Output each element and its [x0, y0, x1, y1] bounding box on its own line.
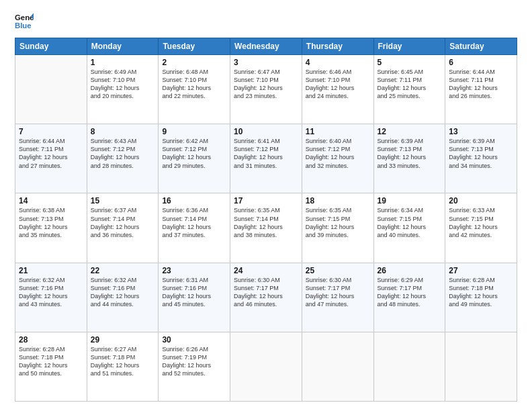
day-info: Sunrise: 6:44 AM Sunset: 7:11 PM Dayligh… — [449, 68, 513, 101]
day-number: 10 — [234, 127, 298, 136]
calendar-week-4: 21Sunrise: 6:32 AM Sunset: 7:16 PM Dayli… — [15, 263, 517, 332]
day-number: 29 — [91, 335, 155, 345]
calendar-cell: 18Sunrise: 6:35 AM Sunset: 7:15 PM Dayli… — [302, 193, 373, 263]
calendar-week-1: 1Sunrise: 6:49 AM Sunset: 7:10 PM Daylig… — [15, 55, 517, 124]
day-info: Sunrise: 6:45 AM Sunset: 7:11 PM Dayligh… — [378, 68, 442, 101]
weekday-header-thursday: Thursday — [302, 38, 373, 55]
calendar-cell: 12Sunrise: 6:39 AM Sunset: 7:13 PM Dayli… — [373, 124, 445, 193]
day-number: 9 — [162, 127, 226, 136]
calendar-week-2: 7Sunrise: 6:44 AM Sunset: 7:11 PM Daylig… — [15, 124, 517, 193]
calendar-cell: 20Sunrise: 6:33 AM Sunset: 7:15 PM Dayli… — [445, 193, 517, 263]
calendar-cell: 7Sunrise: 6:44 AM Sunset: 7:11 PM Daylig… — [15, 124, 87, 193]
calendar-cell: 16Sunrise: 6:36 AM Sunset: 7:14 PM Dayli… — [159, 193, 230, 263]
day-info: Sunrise: 6:28 AM Sunset: 7:18 PM Dayligh… — [19, 345, 83, 378]
day-number: 28 — [19, 335, 83, 345]
page: General Blue SundayMondayTuesdayWednesda… — [0, 0, 532, 411]
day-number: 30 — [162, 335, 226, 345]
day-info: Sunrise: 6:43 AM Sunset: 7:12 PM Dayligh… — [91, 137, 155, 170]
calendar-cell — [302, 332, 373, 401]
calendar-cell — [15, 55, 87, 124]
calendar-cell: 21Sunrise: 6:32 AM Sunset: 7:16 PM Dayli… — [15, 263, 87, 332]
calendar-table: SundayMondayTuesdayWednesdayThursdayFrid… — [15, 38, 517, 402]
day-info: Sunrise: 6:40 AM Sunset: 7:12 PM Dayligh… — [306, 137, 370, 170]
calendar-cell: 2Sunrise: 6:48 AM Sunset: 7:10 PM Daylig… — [159, 55, 230, 124]
day-info: Sunrise: 6:26 AM Sunset: 7:19 PM Dayligh… — [162, 345, 226, 378]
day-number: 15 — [91, 196, 155, 205]
header: General Blue — [15, 12, 517, 31]
day-info: Sunrise: 6:38 AM Sunset: 7:13 PM Dayligh… — [19, 206, 83, 239]
day-number: 27 — [449, 266, 513, 275]
logo-icon: General Blue — [15, 12, 34, 31]
day-number: 21 — [19, 266, 83, 275]
weekday-header-friday: Friday — [373, 38, 445, 55]
day-info: Sunrise: 6:46 AM Sunset: 7:10 PM Dayligh… — [306, 68, 370, 101]
calendar-cell: 8Sunrise: 6:43 AM Sunset: 7:12 PM Daylig… — [87, 124, 159, 193]
calendar-cell: 25Sunrise: 6:30 AM Sunset: 7:17 PM Dayli… — [302, 263, 373, 332]
day-number: 2 — [162, 58, 226, 67]
calendar-cell: 24Sunrise: 6:30 AM Sunset: 7:17 PM Dayli… — [230, 263, 302, 332]
day-info: Sunrise: 6:39 AM Sunset: 7:13 PM Dayligh… — [449, 137, 513, 170]
calendar-cell: 11Sunrise: 6:40 AM Sunset: 7:12 PM Dayli… — [302, 124, 373, 193]
day-info: Sunrise: 6:32 AM Sunset: 7:16 PM Dayligh… — [91, 276, 155, 309]
calendar-cell — [373, 332, 445, 401]
calendar-cell: 26Sunrise: 6:29 AM Sunset: 7:17 PM Dayli… — [373, 263, 445, 332]
day-info: Sunrise: 6:35 AM Sunset: 7:15 PM Dayligh… — [306, 206, 370, 239]
day-info: Sunrise: 6:47 AM Sunset: 7:10 PM Dayligh… — [234, 68, 298, 101]
day-info: Sunrise: 6:28 AM Sunset: 7:18 PM Dayligh… — [449, 276, 513, 309]
day-info: Sunrise: 6:39 AM Sunset: 7:13 PM Dayligh… — [378, 137, 442, 170]
calendar-cell: 29Sunrise: 6:27 AM Sunset: 7:18 PM Dayli… — [87, 332, 159, 401]
day-number: 11 — [306, 127, 370, 136]
weekday-header-saturday: Saturday — [445, 38, 517, 55]
calendar-cell: 3Sunrise: 6:47 AM Sunset: 7:10 PM Daylig… — [230, 55, 302, 124]
calendar-cell — [445, 332, 517, 401]
calendar-cell: 19Sunrise: 6:34 AM Sunset: 7:15 PM Dayli… — [373, 193, 445, 263]
day-info: Sunrise: 6:30 AM Sunset: 7:17 PM Dayligh… — [306, 276, 370, 309]
day-number: 19 — [378, 196, 442, 205]
calendar-header: SundayMondayTuesdayWednesdayThursdayFrid… — [15, 38, 517, 55]
day-number: 1 — [91, 58, 155, 67]
calendar-cell: 17Sunrise: 6:35 AM Sunset: 7:14 PM Dayli… — [230, 193, 302, 263]
day-info: Sunrise: 6:33 AM Sunset: 7:15 PM Dayligh… — [449, 206, 513, 239]
day-info: Sunrise: 6:31 AM Sunset: 7:16 PM Dayligh… — [162, 276, 226, 309]
day-number: 16 — [162, 196, 226, 205]
day-number: 6 — [449, 58, 513, 67]
day-number: 4 — [306, 58, 370, 67]
day-number: 24 — [234, 266, 298, 275]
day-info: Sunrise: 6:34 AM Sunset: 7:15 PM Dayligh… — [378, 206, 442, 239]
day-number: 5 — [378, 58, 442, 67]
day-number: 23 — [162, 266, 226, 275]
day-number: 14 — [19, 196, 83, 205]
day-info: Sunrise: 6:29 AM Sunset: 7:17 PM Dayligh… — [378, 276, 442, 309]
day-number: 20 — [449, 196, 513, 205]
day-number: 26 — [378, 266, 442, 275]
svg-text:General: General — [15, 13, 34, 21]
day-number: 25 — [306, 266, 370, 275]
day-number: 17 — [234, 196, 298, 205]
day-number: 8 — [91, 127, 155, 136]
calendar-cell: 30Sunrise: 6:26 AM Sunset: 7:19 PM Dayli… — [159, 332, 230, 401]
calendar-week-5: 28Sunrise: 6:28 AM Sunset: 7:18 PM Dayli… — [15, 332, 517, 401]
calendar-cell: 14Sunrise: 6:38 AM Sunset: 7:13 PM Dayli… — [15, 193, 87, 263]
logo: General Blue — [15, 12, 36, 31]
day-info: Sunrise: 6:37 AM Sunset: 7:14 PM Dayligh… — [91, 206, 155, 239]
day-number: 18 — [306, 196, 370, 205]
calendar-cell: 10Sunrise: 6:41 AM Sunset: 7:12 PM Dayli… — [230, 124, 302, 193]
weekday-header-tuesday: Tuesday — [159, 38, 230, 55]
svg-text:Blue: Blue — [15, 21, 32, 30]
day-info: Sunrise: 6:32 AM Sunset: 7:16 PM Dayligh… — [19, 276, 83, 309]
day-info: Sunrise: 6:30 AM Sunset: 7:17 PM Dayligh… — [234, 276, 298, 309]
calendar-cell — [230, 332, 302, 401]
day-number: 13 — [449, 127, 513, 136]
calendar-cell: 27Sunrise: 6:28 AM Sunset: 7:18 PM Dayli… — [445, 263, 517, 332]
calendar-cell: 23Sunrise: 6:31 AM Sunset: 7:16 PM Dayli… — [159, 263, 230, 332]
day-info: Sunrise: 6:41 AM Sunset: 7:12 PM Dayligh… — [234, 137, 298, 170]
day-info: Sunrise: 6:48 AM Sunset: 7:10 PM Dayligh… — [162, 68, 226, 101]
weekday-header-monday: Monday — [87, 38, 159, 55]
calendar-body: 1Sunrise: 6:49 AM Sunset: 7:10 PM Daylig… — [15, 55, 517, 402]
day-number: 7 — [19, 127, 83, 136]
weekday-header-sunday: Sunday — [15, 38, 87, 55]
day-info: Sunrise: 6:35 AM Sunset: 7:14 PM Dayligh… — [234, 206, 298, 239]
day-info: Sunrise: 6:36 AM Sunset: 7:14 PM Dayligh… — [162, 206, 226, 239]
weekday-header-wednesday: Wednesday — [230, 38, 302, 55]
calendar-cell: 28Sunrise: 6:28 AM Sunset: 7:18 PM Dayli… — [15, 332, 87, 401]
